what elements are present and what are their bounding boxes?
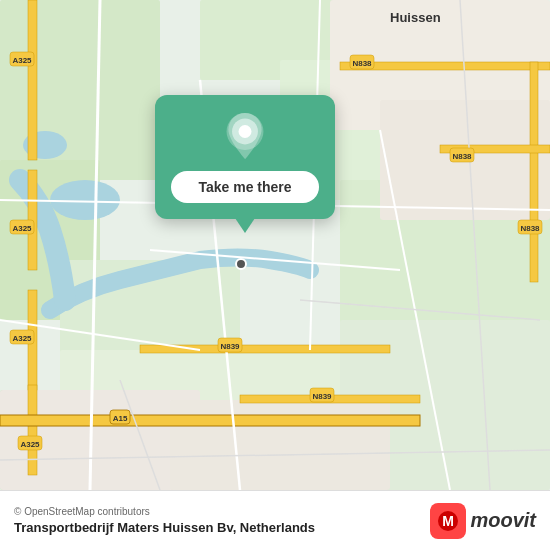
moovit-logo[interactable]: M moovit [430, 503, 536, 539]
moovit-text: moovit [470, 509, 536, 532]
svg-rect-19 [28, 385, 37, 475]
moovit-icon: M [430, 503, 466, 539]
location-pin-icon [221, 113, 269, 161]
svg-rect-21 [530, 62, 538, 282]
map-background: A325 A325 A325 A325 N838 N838 N838 N839 … [0, 0, 550, 490]
svg-rect-25 [0, 415, 420, 426]
svg-text:Huissen: Huissen [390, 10, 441, 25]
svg-rect-16 [28, 0, 37, 160]
location-label: Transportbedrijf Maters Huissen Bv, Neth… [14, 520, 315, 535]
svg-text:A325: A325 [20, 440, 40, 449]
location-popup: Take me there [155, 95, 335, 219]
svg-text:A325: A325 [12, 334, 32, 343]
svg-text:M: M [443, 513, 455, 529]
svg-rect-13 [170, 400, 390, 490]
footer-info: © OpenStreetMap contributors Transportbe… [14, 506, 315, 535]
svg-text:A325: A325 [12, 224, 32, 233]
map-pin-dot [235, 258, 247, 270]
copyright-text: © OpenStreetMap contributors [14, 506, 315, 517]
svg-text:N838: N838 [520, 224, 540, 233]
svg-text:N838: N838 [352, 59, 372, 68]
svg-text:N839: N839 [220, 342, 240, 351]
map-view: A325 A325 A325 A325 N838 N838 N838 N839 … [0, 0, 550, 490]
svg-text:A325: A325 [12, 56, 32, 65]
svg-text:A15: A15 [113, 414, 128, 423]
svg-point-14 [50, 180, 120, 220]
take-me-there-button[interactable]: Take me there [171, 171, 319, 203]
footer: © OpenStreetMap contributors Transportbe… [0, 490, 550, 550]
svg-rect-1 [0, 0, 160, 180]
svg-text:N838: N838 [452, 152, 472, 161]
svg-text:N839: N839 [312, 392, 332, 401]
